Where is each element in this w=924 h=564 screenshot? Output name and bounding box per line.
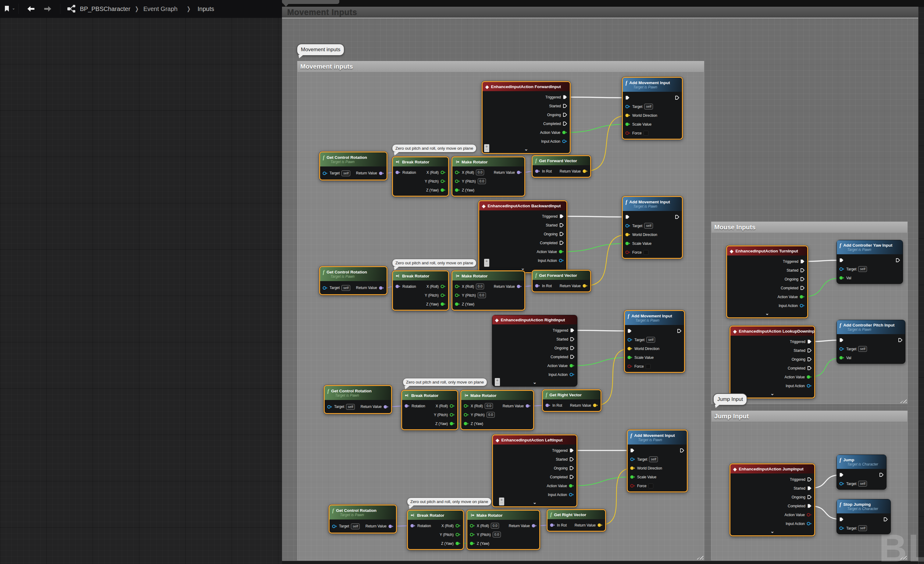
pin-grv3-rot[interactable]: In Rot <box>545 404 562 408</box>
pin-pitch-val[interactable]: Val <box>839 356 851 360</box>
node-grv4[interactable]: fGet Right VectorIn RotReturn Value <box>547 509 606 532</box>
data-pin-icon[interactable] <box>839 526 844 530</box>
pin-mk3-x[interactable]: X (Roll)0.0 <box>464 403 493 409</box>
data-pin-icon[interactable] <box>625 250 630 254</box>
data-pin-icon[interactable] <box>625 122 630 126</box>
data-pin-icon[interactable] <box>470 524 475 528</box>
data-pin-icon[interactable] <box>562 140 567 143</box>
pin-grv4-rot[interactable]: In Rot <box>550 523 567 527</box>
pin-mk2-z[interactable]: Z (Yaw) <box>455 302 474 306</box>
pin-gcr1-rv[interactable]: Return Value <box>356 171 384 175</box>
data-pin-icon[interactable] <box>627 346 633 351</box>
pin-rgt-ongo[interactable]: Ongoing <box>555 346 574 350</box>
exec-pin-icon[interactable] <box>879 472 884 477</box>
data-pin-icon[interactable] <box>562 130 567 135</box>
node-yaw[interactable]: fAdd Controller Yaw InputTarget is PawnT… <box>837 240 903 284</box>
data-pin-icon[interactable] <box>322 286 328 290</box>
pin-am4-target[interactable]: Targetself <box>630 456 658 462</box>
back-arrow-icon[interactable] <box>27 6 35 12</box>
pin-literal[interactable]: 0.0 <box>486 412 495 418</box>
data-pin-icon[interactable] <box>630 484 635 488</box>
data-pin-icon[interactable] <box>630 475 635 479</box>
pin-gcr3-rv[interactable]: Return Value <box>361 405 388 409</box>
node-mk3[interactable]: Make RotatorX (Roll)0.0Return ValueY (Pi… <box>460 390 534 430</box>
data-pin-icon[interactable] <box>455 188 460 192</box>
bubble-pin-icon[interactable]: ✛⋯ <box>484 259 489 267</box>
node-lft[interactable]: ◈EnhancedInputAction LeftInputTriggeredS… <box>492 434 578 507</box>
pin-brk4-x[interactable]: X (Roll) <box>441 524 460 528</box>
exec-pin-icon[interactable] <box>560 240 564 245</box>
exec-pin-icon[interactable] <box>625 214 630 219</box>
pin-lft-comp[interactable]: Completed <box>550 475 574 479</box>
pin-jmpev-ongo[interactable]: Ongoing <box>792 495 812 500</box>
exec-pin-icon[interactable] <box>807 486 812 490</box>
exec-pin-icon[interactable] <box>807 366 812 370</box>
pin-pitch-xin[interactable] <box>839 338 844 342</box>
pin-literal[interactable]: self <box>858 525 867 531</box>
pin-brk3-z[interactable]: Z (Yaw) <box>435 422 455 426</box>
collapse-chevron-icon[interactable]: ⌄ <box>493 500 576 506</box>
pin-brk2-x[interactable]: X (Roll) <box>426 285 446 289</box>
pin-turn-trig[interactable]: Triggered <box>783 259 805 264</box>
pin-gcr3-target[interactable]: Targetself <box>327 404 355 410</box>
node-gfv1[interactable]: fGet Forward VectorIn RotReturn Value <box>532 155 591 178</box>
pin-am4-world[interactable]: World Direction <box>630 466 662 470</box>
pin-fwd-comp[interactable]: Completed <box>543 122 567 126</box>
pin-jmpev-start[interactable]: Started <box>794 486 812 490</box>
pin-am1-world[interactable]: World Direction <box>625 113 657 118</box>
pin-grv4-rv[interactable]: Return Value <box>574 523 603 527</box>
data-pin-icon[interactable] <box>597 523 603 527</box>
exec-pin-icon[interactable] <box>570 354 574 359</box>
pin-literal[interactable]: self <box>858 266 867 272</box>
data-pin-icon[interactable] <box>441 302 446 306</box>
node-comment-bubble[interactable]: Zero out pitch and roll, only move on pl… <box>392 259 477 267</box>
pin-rgt-comp[interactable]: Completed <box>550 354 574 359</box>
exec-pin-icon[interactable] <box>563 104 567 108</box>
data-pin-icon[interactable] <box>450 413 455 417</box>
pin-lft-start[interactable]: Started <box>556 457 574 462</box>
pin-literal[interactable]: 0.0 <box>493 532 501 537</box>
comment-title-bubble[interactable]: Movement inputs <box>297 44 345 56</box>
pin-gfv1-rot[interactable]: In Rot <box>535 169 552 174</box>
node-brk4[interactable]: Break RotatorRotationX (Roll)Y (Pitch)Z … <box>407 510 464 550</box>
data-pin-icon[interactable] <box>807 522 812 526</box>
pin-am4-xin[interactable] <box>630 448 635 453</box>
data-pin-icon[interactable] <box>800 304 805 308</box>
pin-mk4-x[interactable]: X (Roll)0.0 <box>470 523 499 529</box>
data-pin-icon[interactable] <box>384 405 388 409</box>
data-pin-icon[interactable] <box>441 170 446 174</box>
pin-jump-target[interactable]: Targetself <box>839 481 867 487</box>
pin-mk3-z[interactable]: Z (Yaw) <box>464 422 483 426</box>
data-pin-icon[interactable] <box>455 302 460 306</box>
bubble-pin-icon[interactable]: ✛⋯ <box>484 144 489 152</box>
pin-jmpev-trig[interactable]: Triggered <box>790 477 812 482</box>
pin-lft-ia[interactable]: Input Action <box>548 493 574 497</box>
pin-mk1-y[interactable]: Y (Pitch)0.0 <box>455 178 486 184</box>
exec-pin-icon[interactable] <box>839 258 844 262</box>
pin-stop-target[interactable]: Targetself <box>839 525 867 531</box>
pin-turn-start[interactable]: Started <box>786 268 805 273</box>
chevron-down-icon[interactable]: ⌄ <box>12 6 15 10</box>
pin-mk1-rv[interactable]: Return Value <box>494 170 522 175</box>
pin-lft-trig[interactable]: Triggered <box>552 448 574 453</box>
node-fwd[interactable]: ◈EnhancedInputAction ForwardInputTrigger… <box>482 81 571 154</box>
pin-mk2-x[interactable]: X (Roll)0.0 <box>455 284 484 290</box>
pin-jmpev-ia[interactable]: Input Action <box>786 522 812 526</box>
pin-brk1-x[interactable]: X (Roll) <box>426 170 446 175</box>
data-pin-icon[interactable] <box>322 171 328 175</box>
node-pitch[interactable]: fAdd Controller Pitch InputTarget is Paw… <box>837 320 905 364</box>
pin-am3-xin[interactable] <box>627 328 632 333</box>
data-pin-icon[interactable] <box>441 179 446 183</box>
data-pin-icon[interactable] <box>583 284 588 288</box>
exec-pin-icon[interactable] <box>839 517 844 522</box>
exec-pin-icon[interactable] <box>807 477 812 482</box>
data-pin-icon[interactable] <box>456 542 460 545</box>
data-pin-icon[interactable] <box>807 384 812 388</box>
pin-bwd-av[interactable]: Action Value <box>537 250 564 254</box>
node-grv3[interactable]: fGet Right VectorIn RotReturn Value <box>542 389 602 412</box>
pin-am3-target[interactable]: Targetself <box>627 337 655 343</box>
pin-look-comp[interactable]: Completed <box>788 366 812 370</box>
data-pin-icon[interactable] <box>410 524 416 528</box>
dots-icon[interactable]: ⋯ <box>500 501 503 504</box>
pin-brk3-y[interactable]: Y (Pitch) <box>434 413 455 417</box>
